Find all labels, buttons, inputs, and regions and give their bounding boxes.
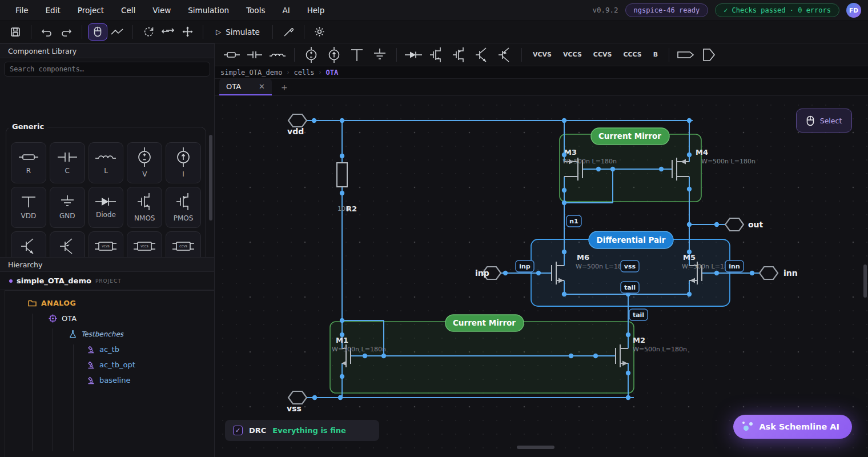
place-pnp-icon[interactable]	[493, 46, 516, 63]
tree-item-ac-tb-opt[interactable]: ac_tb_opt	[5, 357, 214, 372]
net-label-inn[interactable]: inn	[725, 260, 744, 272]
select-mode-button[interactable]: Select	[796, 109, 852, 133]
tab-close-icon[interactable]: ✕	[259, 82, 265, 91]
tree-item-ac-tb[interactable]: ac_tb	[5, 342, 214, 357]
group-pill-current-mirror-top[interactable]: Current Mirror	[591, 128, 669, 145]
rotate-icon[interactable]	[139, 23, 158, 41]
net-label-tail[interactable]: tail	[621, 282, 639, 293]
component-card-v[interactable]: V	[127, 142, 162, 183]
place-isource-icon[interactable]	[323, 46, 345, 63]
component-card-ccvs[interactable]: CCVS CCVS	[166, 231, 201, 257]
place-vcvs-button[interactable]: VCVS	[527, 51, 557, 58]
component-card-diode[interactable]: Diode	[89, 187, 124, 228]
new-tab-button[interactable]: +	[281, 83, 288, 92]
menu-edit[interactable]: Edit	[37, 6, 69, 15]
component-card-gnd[interactable]: GND	[50, 187, 85, 228]
component-card-l[interactable]: L	[89, 142, 124, 183]
menu-view[interactable]: View	[144, 6, 179, 15]
place-vccs-button[interactable]: VCCS	[557, 51, 588, 58]
resistor-r2[interactable]: 10k R2	[337, 163, 357, 213]
simulate-button[interactable]: ▷ Simulate	[209, 27, 267, 37]
component-label: VCVS	[97, 256, 115, 257]
toolbar-divider	[31, 25, 31, 39]
place-resistor-icon[interactable]	[220, 46, 243, 63]
port-out[interactable]: out	[725, 218, 763, 231]
tree-item-ota[interactable]: OTA	[5, 311, 214, 326]
breadcrumb: simple_OTA_demo › cells › OTA	[215, 66, 868, 79]
library-scrollbar[interactable]	[209, 135, 212, 221]
save-icon[interactable]	[6, 23, 25, 41]
place-capacitor-icon[interactable]	[243, 46, 266, 63]
library-panel-header: Component Library	[0, 43, 214, 58]
component-card-nmos[interactable]: NMOS	[127, 187, 162, 228]
menu-file[interactable]: File	[7, 6, 37, 15]
component-card-vcvs[interactable]: VCVS VCVS	[89, 231, 124, 257]
place-nmos-icon[interactable]	[425, 46, 448, 63]
schematic-canvas[interactable]: 10k R2 M3 W=500n L=180n M4	[215, 96, 868, 457]
group-current-mirror-bottom[interactable]	[330, 322, 634, 393]
breadcrumb-project[interactable]: simple_OTA_demo	[220, 69, 282, 77]
place-port-icon[interactable]	[697, 46, 720, 63]
canvas-vertical-scrollbar[interactable]	[863, 264, 867, 298]
net-label-n1[interactable]: n1	[566, 215, 581, 227]
place-gnd-icon[interactable]	[368, 46, 391, 63]
canvas-horizontal-scrollbar[interactable]	[517, 446, 554, 449]
place-netlabel-icon[interactable]	[674, 46, 697, 63]
ask-ai-button[interactable]: Ask Schemline AI	[733, 415, 852, 439]
tree-item-baseline[interactable]: baseline	[5, 372, 214, 388]
tree-item-testbenches[interactable]: Testbenches	[5, 326, 214, 342]
user-avatar[interactable]: FD	[846, 3, 861, 18]
menu-project[interactable]: Project	[69, 6, 112, 15]
place-pmos-icon[interactable]	[448, 46, 471, 63]
breadcrumb-cell[interactable]: OTA	[326, 69, 339, 77]
settings-gear-icon[interactable]	[310, 23, 329, 41]
component-card-i[interactable]: I	[166, 142, 201, 183]
drc-checkbox[interactable]: ✓	[233, 426, 243, 435]
project-row[interactable]: simple_OTA_demo PROJECT	[0, 272, 214, 290]
place-cccs-button[interactable]: CCCS	[617, 51, 647, 58]
move-icon[interactable]	[178, 23, 197, 41]
port-inp[interactable]: inp	[475, 267, 501, 279]
component-label: V	[142, 170, 147, 178]
undo-icon[interactable]	[37, 23, 57, 41]
place-ccvs-button[interactable]: CCVS	[588, 51, 618, 58]
port-vss[interactable]: vss	[287, 391, 307, 413]
component-card-vdd[interactable]: VDD	[11, 187, 46, 228]
wire-tool-icon[interactable]	[107, 23, 127, 41]
place-diode-icon[interactable]	[402, 46, 425, 63]
port-inn[interactable]: inn	[760, 267, 798, 279]
menu-simulation[interactable]: Simulation	[179, 6, 238, 15]
probe-pen-icon[interactable]	[279, 23, 298, 41]
component-card-npn[interactable]: NPN	[11, 231, 46, 257]
group-pill-diff-pair[interactable]: Differential Pair	[589, 231, 673, 248]
top-menu-bar: File Edit Project Cell View Simulation T…	[0, 0, 868, 21]
menu-ai[interactable]: AI	[274, 6, 298, 15]
breadcrumb-cells[interactable]: cells	[294, 69, 314, 77]
component-card-c[interactable]: C	[50, 142, 85, 183]
place-behavioral-button[interactable]: B	[648, 51, 664, 58]
component-card-vccs[interactable]: VCCS VCCS	[127, 231, 162, 257]
group-pill-current-mirror-bottom[interactable]: Current Mirror	[445, 315, 524, 331]
select-tool-icon[interactable]	[88, 23, 107, 41]
component-card-pmos[interactable]: PMOS	[166, 187, 201, 228]
place-npn-icon[interactable]	[471, 46, 493, 63]
net-label-inp[interactable]: inp	[516, 260, 534, 272]
component-card-r[interactable]: R	[11, 142, 46, 183]
group-diff-pair[interactable]	[531, 239, 730, 306]
component-card-pnp[interactable]: PNP	[50, 231, 85, 257]
place-vdd-icon[interactable]	[345, 46, 368, 63]
place-vsource-icon[interactable]	[300, 46, 323, 63]
menu-help[interactable]: Help	[299, 6, 333, 15]
net-label-vss[interactable]: vss	[621, 260, 639, 272]
flip-icon[interactable]	[158, 23, 178, 41]
menu-tools[interactable]: Tools	[238, 6, 274, 15]
tab-ota[interactable]: OTA ✕	[219, 79, 272, 95]
component-search[interactable]	[4, 62, 210, 77]
menu-cell[interactable]: Cell	[112, 6, 144, 15]
port-vdd[interactable]: vdd	[287, 114, 307, 136]
search-input[interactable]	[10, 65, 204, 73]
net-label-tail-2[interactable]: tail	[629, 309, 648, 320]
tree-item-analog[interactable]: ANALOG	[5, 295, 214, 311]
redo-icon[interactable]	[57, 23, 76, 41]
place-inductor-icon[interactable]	[266, 46, 289, 63]
